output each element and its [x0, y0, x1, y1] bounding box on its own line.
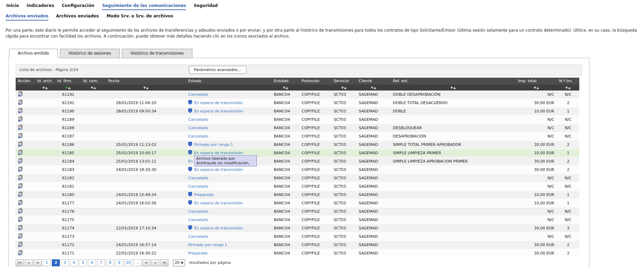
column-header-id_com[interactable]: Id. com.: [81, 78, 106, 85]
sort-asc-icon[interactable]: ▲: [45, 86, 48, 89]
file-action-icon[interactable]: [18, 125, 23, 130]
sort-arrows-id_firm[interactable]: ▼▲: [65, 86, 71, 89]
topnav-item-configuracion-2[interactable]: Configuración: [62, 3, 95, 9]
estado-text[interactable]: En espera de transmisión: [194, 151, 243, 155]
file-action-icon[interactable]: [18, 233, 23, 239]
column-header-n_trn[interactable]: N.º trn.: [557, 78, 579, 85]
file-action-icon[interactable]: [18, 158, 23, 164]
file-action-icon[interactable]: [18, 191, 23, 197]
sort-cell-id_arch[interactable]: ▼▲: [35, 85, 55, 91]
file-action-icon[interactable]: [18, 175, 23, 180]
estado-text[interactable]: En espera de transmisión: [194, 101, 243, 105]
sort-asc-icon[interactable]: ▲: [374, 86, 376, 89]
estado-link[interactable]: Cancelado: [188, 176, 270, 180]
sort-asc-icon[interactable]: ▲: [536, 86, 539, 89]
file-action-icon[interactable]: [18, 108, 23, 113]
advanced-parameters-button[interactable]: Parámetros avanzados...: [189, 66, 247, 74]
file-action-icon[interactable]: [18, 150, 23, 155]
sort-desc-icon[interactable]: ▼: [341, 86, 344, 89]
file-action-icon[interactable]: [18, 200, 23, 205]
estado-text[interactable]: Preparado: [188, 251, 208, 256]
estado-link[interactable]: Cancelado: [188, 126, 270, 130]
file-action-icon[interactable]: [18, 225, 23, 230]
sort-arrows-servicio[interactable]: ▼▲: [341, 86, 347, 89]
pager-prev-button[interactable]: <: [34, 259, 42, 266]
tab-historico-de-transmisiones[interactable]: Histórico de transmisiones: [122, 49, 192, 58]
subnav-item-archivos-enviados-1[interactable]: Archivos enviados: [56, 14, 99, 20]
estado-link[interactable]: Cancelado: [188, 134, 270, 139]
estado-text[interactable]: Cancelado: [188, 92, 208, 97]
sort-asc-icon[interactable]: ▲: [146, 86, 149, 89]
estado-text[interactable]: Cancelado: [188, 126, 208, 130]
sort-desc-icon[interactable]: ▼: [451, 86, 453, 89]
file-action-icon[interactable]: [18, 250, 23, 256]
topnav-item-seguridad-4[interactable]: Seguridad: [194, 3, 218, 9]
tab-historico-de-sesiones[interactable]: Histórico de sesiones: [60, 49, 120, 58]
column-header-entidad[interactable]: Entidad: [272, 78, 300, 85]
estado-text[interactable]: Cancelado: [188, 176, 208, 180]
estado-link[interactable]: Firmado por rango 1: [188, 243, 270, 247]
sort-asc-icon[interactable]: ▲: [68, 86, 71, 89]
topnav-item-inicio-0[interactable]: Inicio: [6, 3, 19, 9]
estado-text[interactable]: Cancelado: [188, 209, 208, 214]
sort-arrows-imp_total[interactable]: ▼▲: [534, 86, 539, 89]
column-header-imp_total[interactable]: Imp. total: [516, 78, 557, 85]
sort-cell-entidad[interactable]: ▼▲: [272, 85, 300, 91]
estado-text[interactable]: En espera de transmisión: [194, 109, 243, 113]
estado-text[interactable]: En espera de transmisión: [194, 167, 243, 172]
sort-asc-icon[interactable]: ▲: [94, 86, 96, 89]
pager-ellipsis[interactable]: ...: [133, 259, 141, 266]
sort-cell-cliente[interactable]: ▼▲: [357, 85, 391, 91]
sort-desc-icon[interactable]: ▼: [143, 86, 146, 89]
pager-first-button[interactable]: |<: [16, 259, 24, 266]
estado-link[interactable]: En espera de transmisión: [188, 225, 270, 231]
column-header-servicio[interactable]: Servicio: [332, 78, 357, 85]
estado-text[interactable]: Cancelado: [188, 134, 208, 139]
pager-rewind-button[interactable]: «: [25, 259, 33, 266]
sort-arrows-id_arch[interactable]: ▼▲: [42, 86, 48, 89]
estado-text[interactable]: Firmado por rango 1: [188, 243, 227, 247]
estado-link[interactable]: En espera de transmisión: [188, 108, 270, 114]
estado-link[interactable]: En espera de transmisión: [188, 167, 270, 172]
estado-link[interactable]: Cancelado: [188, 218, 270, 222]
estado-link[interactable]: Cancelado: [188, 117, 270, 122]
file-action-icon[interactable]: [18, 141, 23, 147]
estado-link[interactable]: Cancelado: [188, 209, 270, 214]
estado-link[interactable]: Preparado: [188, 251, 270, 256]
sort-cell-id_firm[interactable]: ▼▲: [55, 85, 81, 91]
sort-cell-servicio[interactable]: ▼▲: [332, 85, 357, 91]
estado-link[interactable]: Cancelado: [188, 92, 270, 97]
sort-asc-icon[interactable]: ▲: [344, 86, 347, 89]
file-action-icon[interactable]: [18, 133, 23, 139]
sort-desc-icon[interactable]: ▼: [42, 86, 45, 89]
estado-text[interactable]: Cancelado: [188, 234, 208, 239]
sort-cell-ref_ext[interactable]: ▼▲: [391, 85, 516, 91]
sort-cell-n_trn[interactable]: ▼▲: [557, 85, 579, 91]
sort-desc-icon[interactable]: ▼: [565, 86, 568, 89]
sort-desc-icon[interactable]: ▼: [65, 86, 68, 89]
pager-page-2[interactable]: 2: [52, 259, 60, 266]
estado-text[interactable]: En espera de transmisión: [194, 201, 243, 205]
estado-link[interactable]: Firmado por rango 1: [188, 142, 270, 147]
estado-link[interactable]: Preparado: [188, 192, 270, 197]
file-action-icon[interactable]: [18, 91, 23, 97]
sort-arrows-entidad[interactable]: ▼▲: [283, 86, 288, 89]
pager-page-10[interactable]: 10: [124, 259, 132, 266]
sort-cell-id_com[interactable]: ▼▲: [81, 85, 106, 91]
topnav-item-seguimiento-de-las-comunicaciones-3[interactable]: Seguimiento de las comunicaciones: [102, 3, 186, 10]
pager-page-7[interactable]: 7: [97, 259, 105, 266]
estado-link[interactable]: Cancelado: [188, 234, 270, 239]
pager-page-4[interactable]: 4: [70, 259, 78, 266]
sort-arrows-n_trn[interactable]: ▼▲: [565, 86, 571, 89]
sort-asc-icon[interactable]: ▲: [286, 86, 288, 89]
column-header-fecha[interactable]: Fecha: [106, 78, 186, 85]
file-action-icon[interactable]: [18, 100, 23, 105]
column-header-cliente[interactable]: Cliente: [357, 78, 391, 85]
estado-link[interactable]: En espera de transmisión: [188, 150, 270, 156]
pager-page-5[interactable]: 5: [79, 259, 87, 266]
pager-forward-button[interactable]: »: [151, 259, 159, 266]
column-header-id_arch[interactable]: Id. arch.: [35, 78, 55, 85]
pager-last-button[interactable]: >|: [160, 259, 168, 266]
estado-text[interactable]: Firmado por rango 1: [194, 142, 233, 147]
file-action-icon[interactable]: [18, 166, 23, 172]
